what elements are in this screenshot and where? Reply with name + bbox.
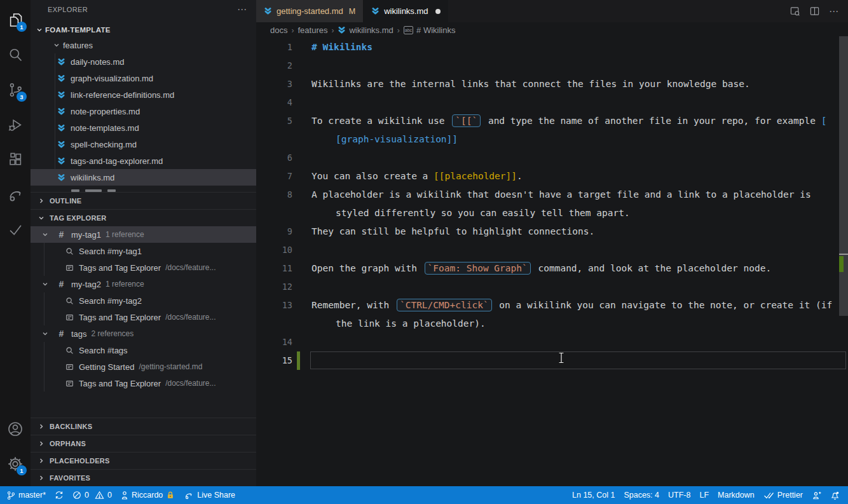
line-number: 10 — [256, 241, 292, 259]
language-mode-item[interactable]: Markdown — [713, 491, 759, 500]
settings-button[interactable]: 1 — [0, 446, 31, 481]
unsaved-dot-icon — [435, 9, 441, 14]
code-row[interactable]: 9They can still be helpful to highlight … — [256, 222, 848, 241]
tag-row[interactable]: # my-tag2 1 reference — [31, 276, 256, 292]
sidebar-more-actions-icon[interactable]: ⋯ — [237, 4, 247, 15]
chevron-down-icon — [42, 281, 48, 287]
cursor-position-item[interactable]: Ln 15, Col 1 — [568, 491, 619, 500]
tag-search-row[interactable]: Search #tags — [31, 342, 256, 358]
line-number: 12 — [256, 278, 292, 296]
vscode-window: 1 3 — [0, 0, 848, 504]
code-row[interactable]: 3Wikilinks are the internal links that c… — [256, 75, 848, 93]
file-row[interactable]: tags-and-tag-explorer.md — [31, 153, 256, 169]
code-row[interactable]: 8A placeholder is a wikilink that doesn'… — [256, 186, 848, 204]
indentation-item[interactable]: Spaces: 4 — [619, 491, 664, 500]
problems-status-item[interactable]: 0 0 — [68, 491, 116, 500]
code-row[interactable]: 14 — [256, 333, 848, 351]
section-tag-explorer[interactable]: TAG EXPLORER — [31, 209, 256, 226]
markdown-file-icon — [57, 124, 65, 132]
file-row[interactable]: daily-notes.md — [31, 53, 256, 70]
tag-note-row[interactable]: Tags and Tag Explorer /docs/feature... — [31, 259, 256, 276]
file-row[interactable]: graph-visualization.md — [31, 70, 256, 86]
notifications-item[interactable] — [826, 491, 844, 500]
breadcrumb-docs[interactable]: docs — [270, 25, 287, 35]
more-actions-icon[interactable]: ⋯ — [829, 6, 839, 17]
code-row[interactable]: 7You can also create a [[placeholder]]. — [256, 167, 848, 186]
line-number: 6 — [256, 149, 292, 167]
code-editor[interactable]: 1# Wikilinks23Wikilinks are the internal… — [256, 38, 848, 486]
code-row[interactable]: 1# Wikilinks — [256, 38, 848, 57]
collapsed-section-header[interactable]: ORPHANS — [31, 435, 256, 452]
tag-row[interactable]: # my-tag1 1 reference — [31, 226, 256, 243]
tab-wikilinks[interactable]: wikilinks.md — [364, 0, 448, 22]
activity-explorer-button[interactable]: 1 — [0, 3, 31, 37]
tag-search-row[interactable]: Search #my-tag1 — [31, 243, 256, 259]
chevron-right-icon — [38, 440, 44, 447]
code-row[interactable]: 6 — [256, 149, 848, 167]
branch-status-item[interactable]: master* — [2, 491, 50, 500]
tag-note-row[interactable]: Tags and Tag Explorer /docs/feature... — [31, 375, 256, 392]
activity-testing-button[interactable] — [0, 212, 31, 247]
code-row[interactable]: 13Remember, with `CTRL/CMD+click` on a w… — [256, 296, 848, 315]
code-line-content: Open the graph with `Foam: Show Graph` c… — [311, 259, 848, 278]
folder-row-features[interactable]: features — [31, 37, 256, 53]
tag-explorer-tree: # my-tag1 1 reference Search #my-tag1 Ta… — [31, 226, 256, 392]
feedback-item[interactable] — [807, 491, 826, 500]
code-row[interactable]: 10 — [256, 241, 848, 259]
chevron-right-icon — [38, 458, 44, 464]
file-row[interactable]: spell-checking.md — [31, 136, 256, 153]
account-button[interactable] — [0, 411, 31, 446]
line-number: 2 — [256, 57, 292, 75]
code-row[interactable]: 4 — [256, 93, 848, 112]
tab-getting-started[interactable]: getting-started.md M — [256, 0, 364, 22]
activity-source-control-button[interactable]: 3 — [0, 72, 31, 107]
tag-note-row[interactable]: Tags and Tag Explorer /docs/feature... — [31, 309, 256, 325]
activity-live-share-button[interactable] — [0, 177, 31, 212]
code-line-content: Remember, with `CTRL/CMD+click` on a wik… — [311, 296, 848, 315]
eol-item[interactable]: LF — [695, 491, 713, 500]
breadcrumb-features[interactable]: features — [297, 25, 327, 35]
file-row[interactable]: link-reference-definitions.md — [31, 86, 256, 103]
breadcrumb-file[interactable]: wikilinks.md — [338, 25, 393, 35]
file-row[interactable]: wikilinks.md — [31, 169, 256, 186]
tag-row[interactable]: # tags 2 references — [31, 325, 256, 342]
code-row[interactable]: 5To create a wikilink use `[[` and type … — [256, 112, 848, 130]
activity-extensions-button[interactable] — [0, 142, 31, 177]
collapsed-section-header[interactable]: FAVORITES — [31, 469, 256, 486]
code-row-wrapped[interactable]: styled differently so you can easily tel… — [256, 204, 848, 222]
breadcrumb-symbol[interactable]: abc # Wikilinks — [404, 25, 456, 35]
live-share-icon — [7, 186, 24, 203]
tag-note-row[interactable]: Getting Started /getting-started.md — [31, 358, 256, 375]
formatter-item[interactable]: Prettier — [759, 491, 807, 500]
section-outline[interactable]: OUTLINE — [31, 192, 256, 209]
search-icon — [7, 46, 24, 64]
workspace-root-header[interactable]: FOAM-TEMPLATE — [31, 23, 256, 37]
activity-run-debug-button[interactable] — [0, 107, 31, 142]
code-line-content: A placeholder is a wikilink that doesn't… — [311, 186, 848, 204]
code-row-wrapped[interactable]: the link is a placeholder). — [256, 315, 848, 333]
collapsed-section-header[interactable]: PLACEHOLDERS — [31, 452, 256, 469]
code-row[interactable]: 12 — [256, 278, 848, 296]
open-preview-icon[interactable] — [790, 6, 800, 17]
live-share-status-item[interactable]: Live Share — [179, 491, 240, 500]
note-icon — [65, 313, 74, 322]
code-line-content: They can still be helpful to highlight c… — [311, 222, 848, 241]
line-number: 1 — [256, 38, 292, 57]
collapsed-section-header[interactable]: BACKLINKS — [31, 418, 256, 435]
activity-search-button[interactable] — [0, 37, 31, 72]
live-share-user-item[interactable]: Riccardo — [116, 491, 179, 500]
chevron-right-icon — [38, 423, 44, 430]
sync-status-item[interactable] — [50, 491, 68, 500]
note-icon — [65, 264, 74, 272]
file-row[interactable]: note-properties.md — [31, 103, 256, 119]
code-row[interactable]: 11Open the graph with `Foam: Show Graph`… — [256, 259, 848, 278]
encoding-item[interactable]: UTF-8 — [664, 491, 695, 500]
line-number: 14 — [256, 333, 292, 351]
tag-search-row[interactable]: Search #my-tag2 — [31, 292, 256, 309]
split-editor-icon[interactable] — [809, 6, 820, 17]
editor-scrollbar[interactable] — [839, 36, 848, 316]
code-row[interactable]: 15 — [256, 351, 848, 370]
file-row[interactable]: note-templates.md — [31, 119, 256, 136]
code-row-wrapped[interactable]: [graph-visualization]] — [256, 130, 848, 149]
code-row[interactable]: 2 — [256, 57, 848, 75]
